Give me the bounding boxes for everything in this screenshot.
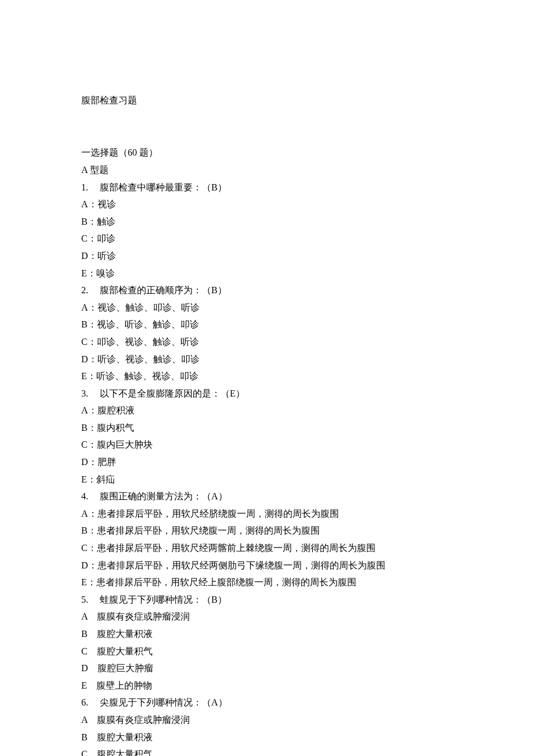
question-number: 1. [81, 182, 88, 192]
question-option: E：斜疝 [81, 471, 453, 488]
question-option: A：腹腔积液 [81, 402, 453, 419]
section-header: 一选择题（60 题） [81, 144, 453, 161]
question-option: E：嗅诊 [81, 265, 453, 282]
question-option: A 腹膜有炎症或肿瘤浸润 [81, 711, 453, 729]
question-text: 腹部检查的正确顺序为：（B） [100, 285, 227, 295]
question-stem: 4. 腹围正确的测量方法为：（A） [81, 488, 453, 505]
question-option: D：听诊 [81, 247, 453, 265]
question-option: B：腹内积气 [81, 419, 453, 437]
question-option: D：听诊、视诊、触诊、叩诊 [81, 351, 453, 368]
question-option: B：患者排尿后平卧，用软尺绕腹一周，测得的周长为腹围 [81, 522, 453, 539]
question-option: C 腹腔大量积气 [81, 746, 453, 756]
question-option: A：视诊 [81, 196, 453, 213]
question-number: 5. [81, 595, 88, 604]
question-number: 6. [81, 697, 88, 707]
question-number: 2. [81, 285, 88, 295]
question-number: 3. [81, 388, 88, 398]
question-option: E：听诊、触诊、视诊、叩诊 [81, 368, 453, 385]
question-option: B 腹腔大量积液 [81, 625, 453, 643]
question-option: B：触诊 [81, 213, 453, 231]
question-stem: 6. 尖腹见于下列哪种情况：（A） [81, 694, 453, 711]
question-stem: 1. 腹部检查中哪种最重要：（B） [81, 179, 453, 196]
question-option: C：叩诊、视诊、触诊、听诊 [81, 333, 453, 351]
question-option: D：肥胖 [81, 453, 453, 471]
question-stem: 2. 腹部检查的正确顺序为：（B） [81, 282, 453, 299]
question-option: A：患者排尿后平卧，用软尺经脐绕腹一周，测得的周长为腹围 [81, 505, 453, 523]
document-page: 腹部检查习题 一选择题（60 题） A 型题 1. 腹部检查中哪种最重要：（B）… [0, 0, 534, 756]
question-option: A：视诊、触诊、叩诊、听诊 [81, 299, 453, 316]
question-option: B 腹腔大量积液 [81, 729, 453, 746]
question-text: 以下不是全腹膨隆原因的是：（E） [100, 388, 245, 398]
question-option: C：叩诊 [81, 230, 453, 247]
question-text: 腹围正确的测量方法为：（A） [100, 491, 228, 501]
question-option: A 腹膜有炎症或肿瘤浸润 [81, 608, 453, 625]
question-option: D 腹腔巨大肿瘤 [81, 660, 453, 677]
question-option: C：患者排尿后平卧，用软尺经两髂前上棘绕腹一周，测得的周长为腹围 [81, 539, 453, 557]
question-option: E 腹壁上的肿物 [81, 677, 453, 694]
question-option: D：患者排尿后平卧，用软尺经两侧肋弓下缘绕腹一周，测得的周长为腹围 [81, 557, 453, 574]
question-option: B：视诊、听诊、触诊、叩诊 [81, 316, 453, 333]
question-stem: 5. 蛙腹见于下列哪种情况：（B） [81, 591, 453, 609]
question-text: 腹部检查中哪种最重要：（B） [100, 182, 227, 192]
question-option: E：患者排尿后平卧，用软尺经上腹部绕腹一周，测得的周长为腹围 [81, 574, 453, 591]
question-option: C：腹内巨大肿块 [81, 436, 453, 453]
question-option: C 腹腔大量积气 [81, 643, 453, 660]
type-header: A 型题 [81, 161, 453, 179]
question-text: 蛙腹见于下列哪种情况：（B） [100, 595, 227, 604]
question-number: 4. [81, 491, 88, 501]
document-title: 腹部检查习题 [81, 92, 453, 109]
question-stem: 3. 以下不是全腹膨隆原因的是：（E） [81, 385, 453, 402]
question-text: 尖腹见于下列哪种情况：（A） [100, 697, 228, 707]
